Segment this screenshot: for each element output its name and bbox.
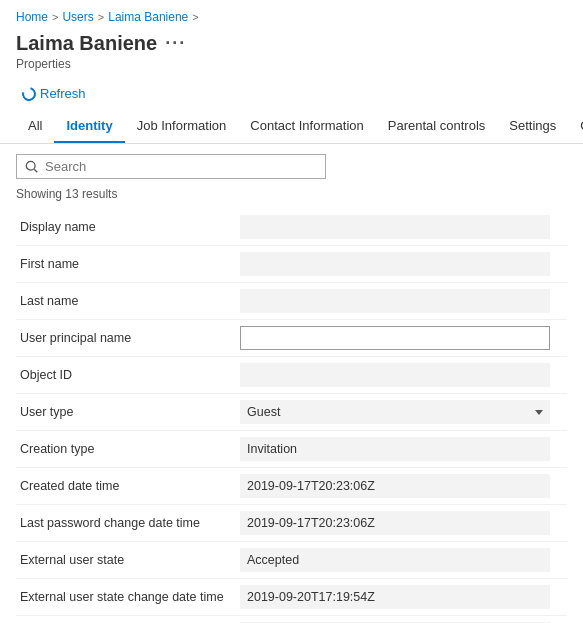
property-value — [236, 616, 567, 624]
property-label: Creation type — [16, 431, 236, 468]
chevron-down-icon — [535, 410, 543, 415]
content-area: Showing 13 results Display nameFirst nam… — [0, 144, 583, 623]
page-title-row: Laima Baniene ··· — [0, 28, 583, 55]
tab-parental[interactable]: Parental controls — [376, 110, 498, 143]
value-text: 2019-09-20T17:19:54Z — [240, 585, 550, 609]
property-table: Display nameFirst nameLast nameUser prin… — [16, 209, 567, 623]
table-row: Creation typeInvitation — [16, 431, 567, 468]
property-label: External user state change date time — [16, 579, 236, 616]
breadcrumb: Home > Users > Laima Baniene > — [0, 0, 583, 28]
breadcrumb-sep1: > — [52, 11, 58, 23]
results-count: Showing 13 results — [16, 187, 567, 201]
table-row: First name — [16, 246, 567, 283]
property-value — [236, 357, 567, 394]
table-row: Created date time2019-09-17T20:23:06Z — [16, 468, 567, 505]
table-row: User principal name — [16, 320, 567, 357]
property-label: Last password change date time — [16, 505, 236, 542]
table-row: Last name — [16, 283, 567, 320]
property-label: Created date time — [16, 468, 236, 505]
value-text: 2019-09-17T20:23:06Z — [240, 474, 550, 498]
tab-identity[interactable]: Identity — [54, 110, 124, 143]
table-row: User typeGuest — [16, 394, 567, 431]
svg-line-1 — [34, 169, 37, 172]
property-label: Display name — [16, 209, 236, 246]
table-row: Preferred language — [16, 616, 567, 624]
property-label: Preferred language — [16, 616, 236, 624]
refresh-icon — [19, 84, 38, 103]
table-row: External user state change date time2019… — [16, 579, 567, 616]
more-options-button[interactable]: ··· — [165, 33, 186, 54]
refresh-button[interactable]: Refresh — [16, 83, 92, 104]
table-row: Display name — [16, 209, 567, 246]
tab-settings[interactable]: Settings — [497, 110, 568, 143]
tab-contact[interactable]: Contact Information — [238, 110, 375, 143]
toolbar: Refresh — [0, 77, 583, 110]
breadcrumb-users[interactable]: Users — [62, 10, 93, 24]
property-value — [236, 283, 567, 320]
property-value: 2019-09-17T20:23:06Z — [236, 505, 567, 542]
tab-onprem[interactable]: On-premises — [568, 110, 583, 143]
svg-point-0 — [26, 161, 35, 170]
property-label: Object ID — [16, 357, 236, 394]
property-value — [236, 246, 567, 283]
search-icon — [25, 160, 39, 174]
property-value[interactable] — [236, 320, 567, 357]
breadcrumb-home[interactable]: Home — [16, 10, 48, 24]
property-label: User principal name — [16, 320, 236, 357]
refresh-label: Refresh — [40, 86, 86, 101]
property-value: Accepted — [236, 542, 567, 579]
property-value: 2019-09-20T17:19:54Z — [236, 579, 567, 616]
page-subtitle: Properties — [0, 55, 583, 77]
property-value: 2019-09-17T20:23:06Z — [236, 468, 567, 505]
value-text: Invitation — [240, 437, 550, 461]
breadcrumb-sep3: > — [192, 11, 198, 23]
breadcrumb-sep2: > — [98, 11, 104, 23]
page-title: Laima Baniene — [16, 32, 157, 55]
search-box[interactable] — [16, 154, 326, 179]
tab-bar: AllIdentityJob InformationContact Inform… — [0, 110, 583, 144]
value-text: 2019-09-17T20:23:06Z — [240, 511, 550, 535]
property-label: Last name — [16, 283, 236, 320]
tab-all[interactable]: All — [16, 110, 54, 143]
value-text: Accepted — [240, 548, 550, 572]
property-label: External user state — [16, 542, 236, 579]
search-input[interactable] — [45, 159, 317, 174]
property-value — [236, 209, 567, 246]
table-row: Last password change date time2019-09-17… — [16, 505, 567, 542]
table-row: External user stateAccepted — [16, 542, 567, 579]
breadcrumb-current[interactable]: Laima Baniene — [108, 10, 188, 24]
property-value[interactable]: Guest — [236, 394, 567, 431]
tab-job[interactable]: Job Information — [125, 110, 239, 143]
editable-field[interactable] — [240, 326, 550, 350]
property-value: Invitation — [236, 431, 567, 468]
table-row: Object ID — [16, 357, 567, 394]
dropdown-field[interactable]: Guest — [240, 400, 550, 424]
property-label: User type — [16, 394, 236, 431]
property-label: First name — [16, 246, 236, 283]
